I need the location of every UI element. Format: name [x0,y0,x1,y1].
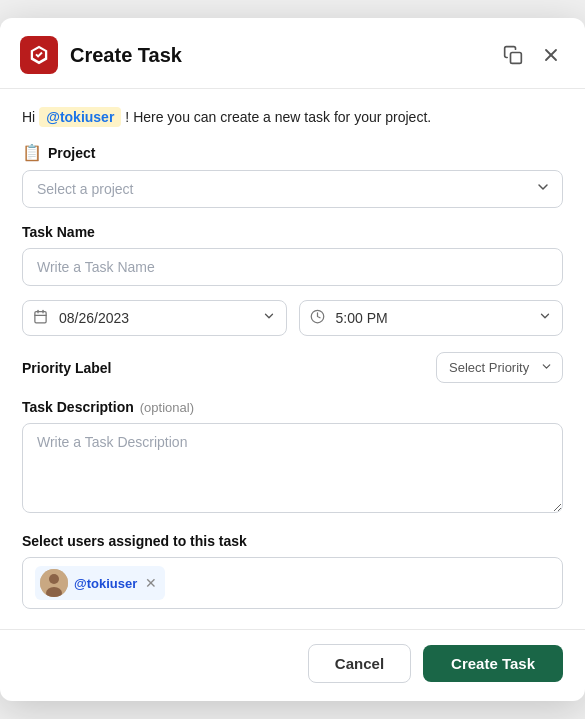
greeting-prefix: Hi [22,109,35,125]
avatar [40,569,68,597]
dialog-body: Hi @tokiuser ! Here you can create a new… [0,89,585,629]
dialog-header: Create Task [0,18,585,89]
assigned-users-list: @tokiuser ✕ [22,557,563,609]
mention-badge: @tokiuser [39,107,121,127]
description-label: Task Description (optional) [22,399,563,415]
task-name-input[interactable] [22,248,563,286]
clipboard-icon [503,45,523,65]
dialog-title: Create Task [70,44,499,67]
close-button[interactable] [537,41,565,69]
date-select[interactable]: 08/26/2023 [22,300,287,336]
copy-button[interactable] [499,41,527,69]
project-label: 📋 Project [22,143,563,162]
chip-username: @tokiuser [74,576,137,591]
svg-point-9 [49,574,59,584]
create-task-dialog: Create Task Hi @tokiuser ! Here you can … [0,18,585,701]
assign-label: Select users assigned to this task [22,533,563,549]
header-actions [499,41,565,69]
task-name-label: Task Name [22,224,563,240]
project-icon: 📋 [22,143,42,162]
project-section: 📋 Project Select a project [22,143,563,208]
date-select-wrapper: 08/26/2023 [22,300,287,336]
description-textarea[interactable] [22,423,563,513]
create-task-button[interactable]: Create Task [423,645,563,682]
dialog-footer: Cancel Create Task [0,629,585,701]
priority-select[interactable]: Select Priority Urgent High Normal Low [436,352,563,383]
time-select[interactable]: 5:00 PM [299,300,564,336]
priority-row: Priority Label Select Priority Urgent Hi… [22,352,563,383]
remove-user-button[interactable]: ✕ [143,576,157,590]
greeting-suffix: ! Here you can create a new task for you… [125,109,431,125]
task-name-section: Task Name [22,224,563,286]
avatar-image [40,569,68,597]
assign-section: Select users assigned to this task @toki… [22,533,563,609]
app-logo [20,36,58,74]
description-section: Task Description (optional) [22,399,563,517]
close-icon [541,45,561,65]
priority-label: Priority Label [22,360,436,376]
project-select-wrapper: Select a project [22,170,563,208]
priority-select-wrapper: Select Priority Urgent High Normal Low [436,352,563,383]
time-select-wrapper: 5:00 PM [299,300,564,336]
datetime-row: 08/26/2023 5:00 PM [22,300,563,336]
user-chip: @tokiuser ✕ [35,566,165,600]
optional-label: (optional) [140,400,194,415]
svg-rect-0 [511,53,522,64]
greeting-text: Hi @tokiuser ! Here you can create a new… [22,107,563,127]
project-select[interactable]: Select a project [22,170,563,208]
cancel-button[interactable]: Cancel [308,644,411,683]
